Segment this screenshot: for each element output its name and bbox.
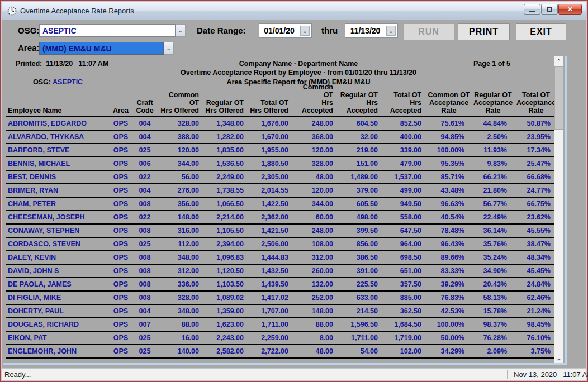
- table-cell: 312.00: [158, 267, 203, 275]
- table-cell: 1,835.00: [203, 146, 248, 154]
- table-cell: 140.00: [158, 347, 203, 355]
- table-cell: 386.50: [338, 254, 382, 261]
- report-preview: Printed: 11/13/20 11:07 AM Company Name …: [3, 56, 567, 365]
- table-body: ABROMITIS, EDGARDOOPS004328.001,348.001,…: [6, 117, 554, 359]
- date-to-combobox[interactable]: 11/13/20 ⌄: [345, 23, 398, 38]
- chevron-down-icon[interactable]: ⌄: [164, 42, 174, 55]
- area-combobox[interactable]: (MMD) EM&U M&U ⌄: [39, 42, 174, 55]
- table-cell: 2.09%: [472, 347, 514, 355]
- table-cell: 004: [132, 187, 158, 194]
- table-cell: 120.00: [293, 146, 338, 154]
- table-row: EIKON, PATOPS02516.002,243.002,259.008.0…: [6, 332, 554, 345]
- table-cell: 2,394.00: [203, 240, 248, 248]
- date-to-value[interactable]: 11/13/20: [345, 24, 385, 37]
- window-title: Overtime Acceptance Rate Reports: [20, 7, 134, 15]
- table-cell: OPS: [110, 213, 132, 221]
- minimize-icon: [529, 11, 535, 12]
- table-cell: 76.28%: [472, 334, 514, 342]
- scrollbar-thumb[interactable]: [554, 66, 563, 130]
- table-cell: 151.00: [338, 160, 382, 168]
- date-from-combobox[interactable]: 01/01/20 ⌄: [259, 23, 312, 38]
- table-cell: 34.90%: [472, 267, 514, 275]
- table-cell: OPS: [110, 146, 132, 154]
- table-cell: DOUGLAS, RICHARD: [6, 321, 110, 328]
- table-cell: 83.33%: [426, 267, 472, 275]
- thru-label: thru: [321, 26, 338, 35]
- table-cell: 1,707.00: [248, 307, 293, 315]
- minimize-button[interactable]: [524, 4, 540, 15]
- close-button[interactable]: ✕: [558, 4, 582, 15]
- table-cell: 1,711.00: [248, 321, 293, 328]
- table-cell: 362.50: [382, 307, 426, 315]
- table-cell: 132.00: [293, 280, 338, 288]
- table-cell: 43.48%: [426, 187, 472, 194]
- scroll-down-icon[interactable]: ⌄: [554, 354, 563, 363]
- area-value[interactable]: (MMD) EM&U M&U: [39, 42, 164, 55]
- table-row: DOHERTY, PAULOPS004348.001,359.001,707.0…: [6, 305, 554, 318]
- chevron-down-icon[interactable]: ⌄: [300, 26, 310, 36]
- table-cell: 2,305.00: [248, 173, 293, 181]
- table-row: CHEESEMAN, JOSEPHOPS022148.002,214.002,3…: [6, 211, 554, 225]
- table-cell: 1,670.00: [248, 133, 293, 141]
- area-label: Area:: [18, 43, 39, 52]
- chevron-down-icon[interactable]: ⌄: [176, 24, 186, 37]
- table-cell: 025: [132, 347, 158, 355]
- table-cell: 008: [132, 200, 158, 208]
- table-cell: 23.62%: [514, 213, 558, 221]
- controls-panel: OSG: ASEPTIC ⌄ Date Range: 01/01/20 ⌄ th…: [2, 20, 586, 56]
- column-header: Regular OT Hrs Accepted: [338, 91, 382, 114]
- table-cell: 120.00: [158, 146, 203, 154]
- table-cell: 558.00: [382, 213, 426, 221]
- table-cell: CHEESEMAN, JOSEPH: [6, 213, 110, 221]
- table-cell: CONAWAY, STEPHEN: [6, 227, 110, 235]
- table-cell: 852.50: [382, 120, 426, 127]
- scroll-up-icon[interactable]: ⌃: [554, 56, 563, 66]
- table-cell: 698.50: [382, 254, 426, 261]
- table-cell: 35.24%: [472, 254, 514, 261]
- table-cell: 42.53%: [426, 307, 472, 315]
- table-cell: 379.00: [338, 187, 382, 194]
- table-cell: 56.77%: [472, 200, 514, 208]
- table-row: DOUGLAS, RICHARDOPS00788.001,623.001,711…: [6, 318, 554, 332]
- table-cell: DOHERTY, PAUL: [6, 307, 110, 315]
- column-header: Total OT Hrs Accepted: [382, 91, 426, 114]
- table-cell: 102.00: [382, 347, 426, 355]
- table-cell: 025: [132, 334, 158, 342]
- table-cell: 2,362.00: [248, 213, 293, 221]
- table-cell: 348.00: [158, 254, 203, 261]
- title-bar[interactable]: Overtime Acceptance Rate Reports ✕: [2, 2, 586, 20]
- table-cell: 328.00: [293, 160, 338, 168]
- table-row: BEST, DENNISOPS02256.002,249.002,305.004…: [6, 171, 554, 184]
- run-button[interactable]: RUN: [403, 23, 454, 40]
- table-cell: 004: [132, 120, 158, 127]
- date-from-value[interactable]: 01/01/20: [259, 24, 299, 37]
- table-cell: 62.46%: [514, 294, 558, 302]
- table-cell: 1,536.50: [203, 160, 248, 168]
- column-header: Common OT Hrs Accepted: [293, 83, 338, 114]
- table-cell: 100.00%: [426, 146, 472, 154]
- table-cell: 225.50: [338, 280, 382, 288]
- table-cell: 58.13%: [472, 294, 514, 302]
- osg-combobox[interactable]: ASEPTIC ⌄: [39, 24, 186, 37]
- table-cell: 100.00%: [426, 321, 472, 328]
- column-header: Common OT Acceptance Rate: [426, 91, 472, 114]
- table-cell: 16.00: [158, 334, 203, 342]
- table-cell: 008: [132, 254, 158, 261]
- table-cell: 1,623.00: [203, 321, 248, 328]
- chevron-down-icon[interactable]: ⌄: [386, 26, 396, 36]
- table-cell: 344.00: [158, 160, 203, 168]
- table-cell: 1,348.00: [203, 120, 248, 127]
- table-row: ENGLEMOHR, JOHNOPS025140.002,582.002,722…: [6, 345, 554, 359]
- table-cell: 76.83%: [426, 294, 472, 302]
- app-window: Overtime Acceptance Rate Reports ✕ OSG: …: [0, 0, 588, 382]
- table-cell: 2,582.00: [203, 347, 248, 355]
- table-cell: 004: [132, 307, 158, 315]
- vertical-scrollbar[interactable]: ⌃ ⌄: [554, 56, 563, 363]
- osg-value[interactable]: ASEPTIC: [39, 24, 176, 37]
- table-cell: ALVARADO, THYKASA: [6, 133, 110, 141]
- maximize-button[interactable]: [541, 4, 558, 15]
- table-cell: 604.50: [338, 120, 382, 127]
- table-cell: 2.50%: [472, 133, 514, 141]
- print-button[interactable]: PRINT: [458, 23, 510, 40]
- exit-button[interactable]: EXIT: [516, 23, 566, 40]
